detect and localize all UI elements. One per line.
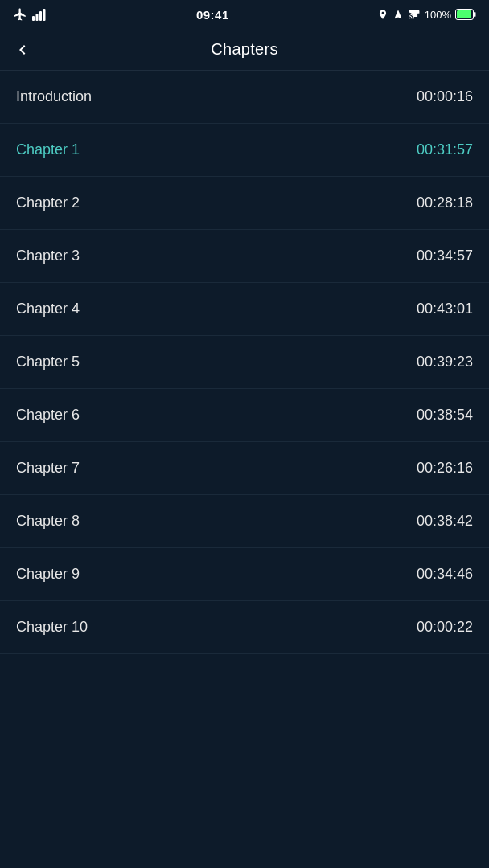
chapter-name: Chapter 7: [16, 460, 80, 477]
chapter-item[interactable]: Chapter 800:38:42: [0, 495, 489, 548]
airplane-icon: [13, 7, 27, 22]
battery-icon: [455, 9, 476, 20]
signal-icon: [32, 8, 48, 21]
chapter-list: Introduction00:00:16Chapter 100:31:57Cha…: [0, 71, 489, 654]
chapter-name: Chapter 6: [16, 407, 80, 424]
page-title: Chapters: [211, 40, 278, 59]
svg-rect-3: [43, 9, 46, 21]
chapter-time: 00:38:54: [417, 407, 473, 424]
chapter-item[interactable]: Chapter 700:26:16: [0, 442, 489, 495]
chapter-item[interactable]: Introduction00:00:16: [0, 71, 489, 124]
chapter-item[interactable]: Chapter 300:34:57: [0, 230, 489, 283]
chapter-name: Chapter 2: [16, 194, 80, 211]
chapter-item[interactable]: Chapter 1000:00:22: [0, 601, 489, 654]
svg-rect-1: [36, 14, 39, 21]
chapter-name: Chapter 9: [16, 566, 80, 583]
svg-rect-0: [32, 16, 35, 21]
chapter-time: 00:28:18: [417, 194, 473, 211]
chapter-time: 00:34:46: [417, 566, 473, 583]
cast-icon: [408, 9, 421, 20]
status-left: [13, 7, 48, 22]
svg-rect-2: [39, 11, 42, 21]
chapter-item[interactable]: Chapter 400:43:01: [0, 283, 489, 336]
chapter-name: Introduction: [16, 88, 92, 105]
status-bar: 09:41 100%: [0, 0, 489, 29]
svg-rect-6: [474, 12, 476, 17]
chapter-time: 00:34:57: [417, 248, 473, 264]
chapter-item[interactable]: Chapter 900:34:46: [0, 548, 489, 601]
chapter-time: 00:43:01: [417, 301, 473, 317]
chapter-name: Chapter 5: [16, 354, 80, 371]
battery-percent: 100%: [425, 9, 451, 21]
chapter-name: Chapter 1: [16, 141, 80, 158]
chapter-time: 00:39:23: [417, 354, 473, 371]
chapter-item[interactable]: Chapter 500:39:23: [0, 336, 489, 389]
chapter-item[interactable]: Chapter 600:38:54: [0, 389, 489, 442]
chapter-time: 00:26:16: [417, 460, 473, 477]
chapter-name: Chapter 10: [16, 619, 88, 636]
page-header: Chapters: [0, 29, 489, 71]
chapter-name: Chapter 3: [16, 248, 80, 264]
chapter-name: Chapter 8: [16, 513, 80, 530]
status-time: 09:41: [196, 8, 229, 22]
nav-arrow-icon: [392, 9, 404, 20]
chapter-item[interactable]: Chapter 100:31:57: [0, 124, 489, 177]
chapter-time: 00:00:16: [417, 88, 473, 105]
chapter-time: 00:38:42: [417, 513, 473, 530]
chapter-time: 00:00:22: [417, 619, 473, 636]
chapter-name: Chapter 4: [16, 301, 80, 317]
chapter-item[interactable]: Chapter 200:28:18: [0, 177, 489, 230]
location-icon: [377, 9, 388, 20]
svg-rect-5: [457, 10, 471, 18]
chapter-time: 00:31:57: [417, 141, 473, 158]
status-right: 100%: [377, 9, 476, 21]
back-button[interactable]: [13, 40, 32, 59]
